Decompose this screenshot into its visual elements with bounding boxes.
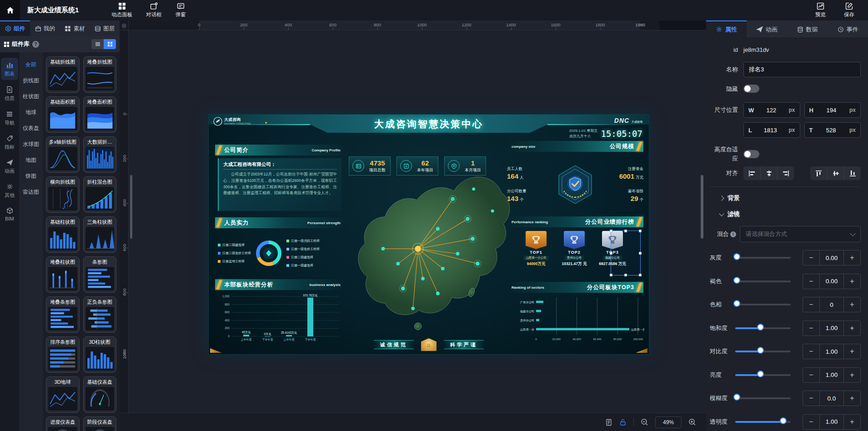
- slider-value[interactable]: 0: [819, 297, 844, 312]
- name-input[interactable]: 排名3: [743, 62, 861, 77]
- slider-value[interactable]: 0.00: [819, 274, 844, 289]
- category-信息[interactable]: 信息: [1, 83, 18, 105]
- inspector-tab-animation[interactable]: 动画: [747, 20, 787, 37]
- align-center-h-button[interactable]: [760, 166, 777, 180]
- subcategory-饼图[interactable]: 饼图: [19, 168, 43, 184]
- component-card-3D柱状图[interactable]: 3D柱状图: [83, 336, 117, 373]
- slider-value[interactable]: 1.00: [819, 321, 844, 336]
- decrement-button[interactable]: −: [803, 297, 819, 312]
- align-bottom-button[interactable]: [844, 166, 861, 180]
- component-card-阶段仪表盘[interactable]: 阶段仪表盘: [83, 416, 117, 431]
- increment-button[interactable]: +: [844, 274, 860, 289]
- slider-value[interactable]: 1.00: [819, 415, 844, 429]
- selection-handle[interactable]: [624, 230, 627, 232]
- grid-view-button[interactable]: [104, 39, 116, 49]
- component-card-条形图[interactable]: 条形图: [83, 256, 117, 293]
- slider-knob[interactable]: [757, 324, 764, 331]
- left-tab-components[interactable]: 组件: [0, 20, 30, 36]
- autoheight-toggle[interactable]: [743, 150, 759, 158]
- component-card-3D地球[interactable]: 3D地球: [46, 376, 80, 413]
- canvas-content[interactable]: 大成咨询智慧决策中心 大成咨询DACHENG CONSULTING ▼ DNC …: [129, 30, 706, 413]
- canvas-scrollbar-left[interactable]: [130, 175, 132, 239]
- hide-toggle[interactable]: [743, 85, 759, 93]
- category-指标[interactable]: 指标: [1, 132, 18, 153]
- component-card-三角柱状图[interactable]: 三角柱状图: [83, 216, 117, 253]
- decrement-button[interactable]: −: [803, 251, 819, 265]
- decrement-button[interactable]: −: [803, 368, 819, 382]
- slider-value[interactable]: 1.00: [819, 344, 844, 359]
- component-card-进度仪表盘[interactable]: 进度仪表盘: [46, 416, 80, 431]
- left-tab-materials[interactable]: 素材: [60, 20, 90, 36]
- selection-handle[interactable]: [639, 230, 642, 232]
- selection-handle[interactable]: [610, 230, 612, 232]
- top-input[interactable]: T528px: [804, 122, 861, 138]
- selection-box[interactable]: [611, 231, 641, 276]
- subcategory-柱状图[interactable]: 柱状图: [19, 89, 43, 105]
- subcategory-水球图[interactable]: 水球图: [19, 136, 43, 152]
- increment-button[interactable]: +: [844, 415, 860, 429]
- preview-button[interactable]: 预览: [815, 2, 826, 18]
- component-card-堆叠柱状图[interactable]: 堆叠柱状图: [46, 256, 80, 293]
- decrement-button[interactable]: −: [803, 321, 819, 336]
- slider-track[interactable]: [735, 374, 791, 376]
- blend-mode-select[interactable]: 请选择混合方式: [740, 226, 861, 242]
- slider-track[interactable]: [735, 281, 791, 282]
- zoom-in-icon[interactable]: [688, 418, 696, 426]
- selection-handle[interactable]: [610, 274, 612, 276]
- page-outline-icon[interactable]: [605, 419, 612, 426]
- slider-value[interactable]: 0.0: [819, 391, 844, 406]
- slider-track[interactable]: [735, 327, 791, 329]
- slider-track[interactable]: [735, 257, 791, 259]
- align-left-button[interactable]: [743, 166, 760, 180]
- subcategory-仪表盘[interactable]: 仪表盘: [19, 120, 43, 136]
- slider-knob[interactable]: [780, 417, 787, 424]
- selection-handle[interactable]: [639, 274, 642, 276]
- category-动画[interactable]: 动画: [1, 156, 18, 177]
- component-card-基础面积图[interactable]: 基础面积图: [46, 96, 80, 133]
- dynamic-panel-button[interactable]: 动态面板: [111, 2, 132, 18]
- component-card-横向折线图[interactable]: 横向折线图: [46, 176, 80, 213]
- slider-knob[interactable]: [757, 347, 764, 354]
- zoom-out-icon[interactable]: [641, 418, 648, 426]
- dashboard-artboard[interactable]: 大成咨询智慧决策中心 大成咨询DACHENG CONSULTING ▼ DNC …: [208, 114, 649, 355]
- decrement-button[interactable]: −: [803, 274, 819, 289]
- inspector-tab-events[interactable]: 事件: [828, 20, 868, 37]
- inspector-tab-properties[interactable]: 属性: [706, 20, 747, 37]
- height-input[interactable]: H194px: [804, 102, 861, 118]
- component-card-基础折线图[interactable]: 基础折线图: [46, 56, 80, 93]
- component-card-排序条形图[interactable]: 排序条形图: [46, 336, 80, 373]
- category-图表[interactable]: 图表: [1, 58, 18, 80]
- align-right-button[interactable]: [777, 166, 794, 180]
- component-card-堆叠面积图[interactable]: 堆叠面积图: [83, 96, 117, 133]
- left-tab-mine[interactable]: 我的: [30, 20, 60, 36]
- slider-value[interactable]: 1.00: [819, 368, 844, 382]
- subcategory-雷达图[interactable]: 雷达图: [19, 184, 43, 200]
- component-card-基础仪表盘[interactable]: 基础仪表盘: [83, 376, 117, 413]
- background-section[interactable]: 背景: [720, 194, 861, 202]
- left-input[interactable]: L1813px: [743, 122, 800, 138]
- zoom-level[interactable]: 49%: [655, 416, 682, 428]
- slider-track[interactable]: [735, 397, 791, 399]
- inspector-tab-data[interactable]: 数据: [787, 20, 828, 37]
- align-middle-v-button[interactable]: [827, 166, 844, 180]
- subcategory-折线图[interactable]: 折线图: [19, 73, 43, 89]
- subcategory-地图[interactable]: 地图: [19, 152, 43, 168]
- popup-button[interactable]: 弹窗: [176, 2, 186, 18]
- save-button[interactable]: 保存: [844, 2, 854, 18]
- slider-track[interactable]: [735, 304, 791, 306]
- decrement-button[interactable]: −: [803, 391, 819, 406]
- increment-button[interactable]: +: [844, 391, 860, 406]
- component-card-正负条形图[interactable]: 正负条形图: [83, 296, 117, 333]
- slider-knob[interactable]: [733, 253, 740, 260]
- component-card-大数据折[interactable]: 大数据折…: [83, 136, 117, 173]
- decrement-button[interactable]: −: [803, 344, 819, 359]
- category-导航[interactable]: 导航: [1, 107, 18, 129]
- slider-knob[interactable]: [757, 371, 764, 377]
- left-tab-layers[interactable]: 图层: [90, 20, 120, 36]
- decrement-button[interactable]: −: [803, 415, 819, 429]
- home-button[interactable]: [0, 0, 20, 20]
- unlock-icon[interactable]: [619, 419, 627, 426]
- category-其他[interactable]: 其他: [1, 180, 18, 201]
- slider-track[interactable]: [735, 421, 791, 423]
- slider-knob[interactable]: [733, 277, 740, 284]
